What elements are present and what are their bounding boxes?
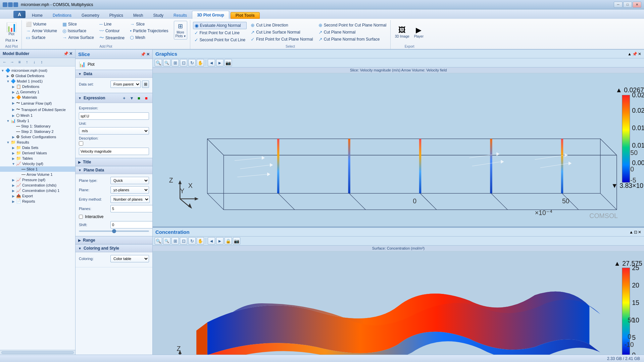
plane-type-select[interactable]: Quick General	[110, 177, 149, 184]
second-point-cut-plane-normal-button[interactable]: ⊕Second Point for Cut Plane Normal	[317, 22, 388, 29]
plot-action-button[interactable]: 📊 Plot	[76, 59, 152, 70]
tree-item-model1[interactable]: ▼🔷Model 1 (mod1)	[0, 79, 75, 84]
tree-item-concentration_chds1[interactable]: ▶📈Concentration (chds) 1	[0, 188, 75, 193]
prev-frame-tool[interactable]: ◄	[208, 59, 215, 66]
arrow-line-button[interactable]: →Slice	[129, 21, 169, 28]
zoom-out-tool[interactable]: 🔍	[163, 59, 170, 66]
mb-down-button[interactable]: ↓	[31, 59, 38, 65]
tree-item-arrow_vol1[interactable]: —Arrow Volume 1	[0, 172, 75, 177]
conc-prev-frame-tool[interactable]: ◄	[208, 237, 215, 245]
conc-rotate-tool[interactable]: ↻	[188, 237, 196, 245]
expr-color1-button[interactable]: ■	[136, 95, 142, 101]
arrow-surface-button[interactable]: →Arrow Surface	[61, 34, 95, 41]
first-point-cut-line-button[interactable]: ✓First Point for Cut Line	[193, 30, 247, 36]
conc-next-frame-tool[interactable]: ►	[216, 237, 224, 245]
more-plots-button[interactable]: ⊞ MorePlots ▾	[174, 21, 187, 40]
unit-select[interactable]: m/s mm/s	[79, 127, 149, 135]
shift-slider[interactable]	[79, 230, 149, 232]
expr-color2-button[interactable]: ■	[143, 95, 150, 101]
tree-item-geometry1[interactable]: ▶△Geometry 1	[0, 89, 75, 95]
tree-item-velocity[interactable]: ▼📈Velocity (spf)	[0, 161, 75, 166]
conc-pan-tool[interactable]: ✋	[197, 237, 204, 245]
tree-item-datasets[interactable]: ▶📁Data Sets	[0, 145, 75, 150]
tree-item-materials[interactable]: ▶🔶Materials	[0, 95, 75, 100]
plane-data-section-header[interactable]: ▼Plane Data	[76, 166, 152, 174]
tree-item-tables[interactable]: ▶📁Tables	[0, 156, 75, 161]
isosurface-button[interactable]: ◎Isosurface	[61, 28, 95, 34]
graphics-pin[interactable]: 📌	[632, 52, 637, 56]
close-button[interactable]: ✕	[633, 2, 641, 8]
tree-item-pressure[interactable]: ▶📈Pressure (spf)	[0, 177, 75, 183]
plot-in-button[interactable]: Plot In ▾	[4, 37, 19, 43]
coloring-section-header[interactable]: ▼Coloring and Style	[76, 244, 152, 252]
model-builder-close[interactable]: ✕	[69, 51, 72, 56]
volume-button[interactable]: ⬜Volume	[24, 21, 58, 28]
tree-item-slice1[interactable]: —Slice 1	[0, 166, 75, 172]
cut-plane-normal-button[interactable]: ↗Cut Plane Normal	[317, 29, 388, 36]
pan-tool[interactable]: ✋	[197, 59, 204, 66]
tree-item-reports[interactable]: ▶📄Reports	[0, 199, 75, 204]
tree-item-concentration_chds[interactable]: ▶📈Concentration (chds)	[0, 183, 75, 188]
line-button[interactable]: ─Line	[98, 21, 126, 28]
plot-button[interactable]: 📊 Plot	[5, 22, 18, 37]
next-frame-tool[interactable]: ►	[216, 59, 224, 66]
expr-add-button[interactable]: +	[121, 95, 128, 101]
coloring-select[interactable]: Color table Uniform color	[110, 255, 149, 262]
first-point-cut-plane-normal-button[interactable]: ✓First Point for Cut Plane Normal	[249, 36, 314, 43]
minimize-button[interactable]: ─	[614, 2, 623, 8]
plot-tools-tab[interactable]: Plot Tools	[231, 12, 260, 19]
tree-item-results[interactable]: ▼📁Results	[0, 140, 75, 145]
camera-tool[interactable]: 📷	[225, 59, 232, 66]
tab-definitions[interactable]: Definitions	[48, 11, 77, 19]
cut-plane-normal-from-surface-button[interactable]: ↗Cut Plane Normal from Surface	[317, 36, 388, 43]
expr-dropdown-button[interactable]: ▾	[128, 95, 135, 101]
zoom-extents-tool[interactable]: ⊞	[171, 59, 179, 66]
mb-expand-button[interactable]: ↕	[38, 59, 45, 65]
expression-section-header[interactable]: ▼ Expression + ▾ ■ ■	[76, 93, 152, 103]
tree-item-root[interactable]: ▼🔷micromixer.mph (root)	[0, 68, 75, 73]
tab-home[interactable]: Home	[27, 11, 48, 19]
tree-item-step2[interactable]: —Step 2: Stationary 2	[0, 129, 75, 134]
graphics-collapse-button[interactable]: ▲	[628, 52, 632, 56]
data-section-header[interactable]: ▼Data	[76, 70, 152, 78]
model-builder-pin[interactable]: 📌	[63, 51, 68, 56]
slice-panel-pin[interactable]: 📌	[141, 52, 146, 57]
contour-button[interactable]: 〰Contour	[98, 28, 126, 34]
maximize-button[interactable]: □	[623, 2, 632, 8]
range-section-header[interactable]: ▶Range	[76, 236, 152, 244]
mb-up-button[interactable]: ↑	[23, 59, 30, 65]
tab-study[interactable]: Study	[148, 11, 168, 19]
tab-geometry[interactable]: Geometry	[77, 11, 104, 19]
conc-expand-button[interactable]: ⊡	[634, 230, 637, 235]
tree-item-transport[interactable]: ▶〜Transport of Diluted Specie	[0, 106, 75, 113]
cut-line-surface-normal-button[interactable]: ↗Cut Line Surface Normal	[249, 29, 314, 36]
tree-item-global_defs[interactable]: ▶⚙Global Definitions	[0, 73, 75, 79]
plane-select[interactable]: yz-planes xz-planes xy-planes	[110, 186, 149, 194]
conc-lock-tool[interactable]: 🔒	[225, 237, 232, 245]
mb-menu-button[interactable]: ≡	[16, 59, 23, 65]
tab-results[interactable]: Results	[168, 11, 192, 19]
entry-method-select[interactable]: Number of planes Coordinates	[110, 196, 150, 203]
conc-zoom-out-tool[interactable]: 🔍	[163, 237, 170, 245]
dataset-select[interactable]: From parent Cut Plane 1	[110, 81, 141, 88]
tree-item-definitions[interactable]: ▶📋Definitions	[0, 84, 75, 89]
tree-item-solver_config[interactable]: ▶⚙Solver Configurations	[0, 134, 75, 140]
tab-3d-plot-group[interactable]: 3D Plot Group	[192, 11, 229, 19]
tree-item-mesh1[interactable]: ▶⬡Mesh 1	[0, 113, 75, 118]
expression-input[interactable]	[79, 112, 149, 120]
tree-item-study1[interactable]: ▼📊Study 1	[0, 118, 75, 123]
tree-item-laminar_flow[interactable]: ▶〜Laminar Flow (spf)	[0, 100, 75, 106]
arrow-volume-button[interactable]: →Arrow Volume	[24, 28, 58, 34]
dataset-refresh-button[interactable]: ⊞	[142, 81, 149, 88]
graphics-close[interactable]: ✕	[638, 52, 641, 56]
mesh-button[interactable]: ⬡Mesh	[129, 34, 169, 41]
player-button[interactable]: ▶ Player	[412, 26, 426, 39]
cut-line-direction-button[interactable]: ⊕Cut Line Direction	[249, 22, 314, 29]
interactive-checkbox[interactable]	[79, 215, 83, 219]
description-checkbox[interactable]	[79, 141, 83, 146]
evaluate-along-normal-button[interactable]: ◉Evaluate Along Normal	[193, 22, 247, 29]
conc-collapse-button[interactable]: ▲	[629, 230, 633, 235]
zoom-in-tool[interactable]: 🔍	[155, 59, 162, 66]
tab-physics[interactable]: Physics	[104, 11, 128, 19]
tree-item-export[interactable]: ▶📤Export	[0, 193, 75, 199]
